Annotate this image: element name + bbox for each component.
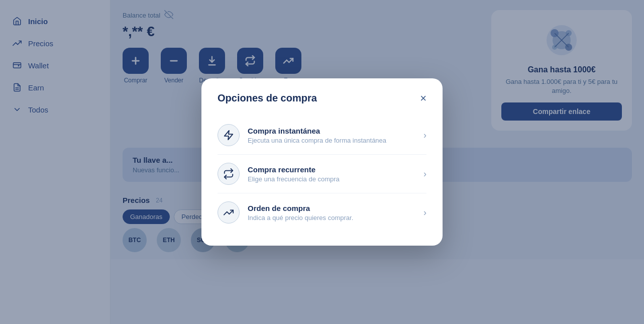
modal-header: Opciones de compra × <box>218 92 426 104</box>
buy-order-arrow: › <box>423 207 426 218</box>
instant-buy-icon <box>218 124 240 146</box>
recurring-buy-arrow: › <box>423 169 426 179</box>
buy-order-icon <box>218 201 240 224</box>
buy-order-desc: Indica a qué precio quieres comprar. <box>248 214 415 222</box>
modal-option-recurring[interactable]: Compra recurrente Elige una frecuencia d… <box>218 155 426 193</box>
instant-buy-title: Compra instantánea <box>248 127 415 135</box>
svg-marker-19 <box>225 131 233 140</box>
recurring-buy-text: Compra recurrente Elige una frecuencia d… <box>248 165 415 183</box>
instant-buy-arrow: › <box>423 130 426 141</box>
modal-option-order[interactable]: Orden de compra Indica a qué precio quie… <box>218 193 426 232</box>
buy-order-title: Orden de compra <box>248 204 415 212</box>
instant-buy-text: Compra instantánea Ejecuta una única com… <box>248 127 415 144</box>
buy-order-text: Orden de compra Indica a qué precio quie… <box>248 204 415 222</box>
recurring-buy-icon <box>218 163 240 185</box>
buy-options-modal: Opciones de compra × Compra instantánea … <box>201 78 443 246</box>
recurring-buy-title: Compra recurrente <box>248 165 415 174</box>
modal-option-instant[interactable]: Compra instantánea Ejecuta una única com… <box>218 116 426 155</box>
instant-buy-desc: Ejecuta una única compra de forma instan… <box>248 137 415 144</box>
modal-overlay: Opciones de compra × Compra instantánea … <box>0 0 644 324</box>
modal-title: Opciones de compra <box>218 92 317 104</box>
recurring-buy-desc: Elige una frecuencia de compra <box>248 175 415 183</box>
modal-close-button[interactable]: × <box>420 93 426 104</box>
